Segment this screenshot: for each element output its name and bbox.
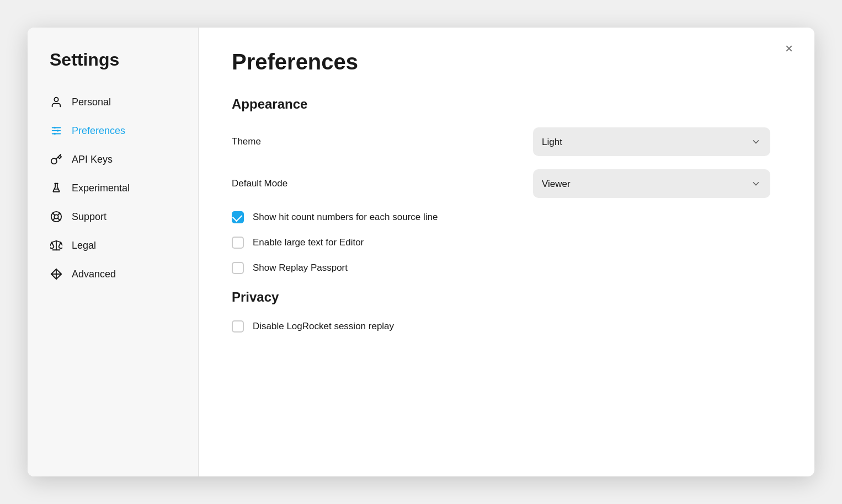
default-mode-select[interactable]: Viewer Editor (533, 169, 770, 198)
sidebar-title: Settings (28, 50, 198, 70)
sidebar-item-experimental[interactable]: Experimental (28, 174, 198, 202)
large-text-checkbox-row: Enable large text for Editor (232, 237, 770, 249)
svg-point-6 (54, 133, 56, 135)
svg-point-5 (57, 130, 59, 132)
sidebar-item-legal[interactable]: Legal (28, 231, 198, 260)
hit-count-label: Show hit count numbers for each source l… (253, 212, 438, 223)
logrocket-checkbox-row: Disable LogRocket session replay (232, 320, 770, 333)
appearance-section-title: Appearance (232, 96, 770, 112)
privacy-section-title: Privacy (232, 289, 770, 305)
sidebar-item-preferences-label: Preferences (72, 125, 125, 137)
theme-select[interactable]: Light Dark System (533, 127, 770, 156)
logrocket-label: Disable LogRocket session replay (253, 321, 394, 332)
sliders-icon (50, 124, 63, 137)
replay-passport-checkbox-row: Show Replay Passport (232, 262, 770, 274)
sidebar-item-personal-label: Personal (72, 96, 111, 108)
flask-icon (50, 181, 63, 195)
svg-line-11 (53, 213, 55, 216)
sidebar-item-api-keys-label: API Keys (72, 154, 113, 165)
main-content: × Preferences Appearance Theme Light Dar… (199, 28, 814, 476)
diamond-icon (50, 267, 63, 281)
settings-modal: Settings Personal (28, 28, 814, 476)
hit-count-checkbox[interactable] (232, 211, 244, 223)
sidebar-item-support[interactable]: Support (28, 202, 198, 231)
key-icon (50, 153, 63, 166)
lifering-icon (50, 210, 63, 223)
sidebar-item-advanced-label: Advanced (72, 269, 116, 280)
sidebar-item-support-label: Support (72, 211, 106, 223)
sidebar-item-legal-label: Legal (72, 240, 96, 251)
sidebar-item-advanced[interactable]: Advanced (28, 260, 198, 288)
sidebar-item-personal[interactable]: Personal (28, 88, 198, 116)
logrocket-checkbox[interactable] (232, 320, 244, 333)
theme-setting-row: Theme Light Dark System (232, 127, 770, 156)
svg-point-0 (54, 98, 58, 101)
default-mode-setting-row: Default Mode Viewer Editor (232, 169, 770, 198)
theme-label: Theme (232, 136, 261, 147)
large-text-label: Enable large text for Editor (253, 237, 364, 248)
sidebar-item-preferences[interactable]: Preferences (28, 116, 198, 145)
hit-count-checkbox-row: Show hit count numbers for each source l… (232, 211, 770, 223)
main-scroll-area: Preferences Appearance Theme Light Dark … (232, 50, 781, 454)
page-title: Preferences (232, 50, 770, 74)
replay-passport-checkbox[interactable] (232, 262, 244, 274)
svg-line-13 (58, 213, 60, 216)
svg-line-12 (58, 218, 60, 221)
sidebar-item-api-keys[interactable]: API Keys (28, 145, 198, 174)
svg-point-4 (54, 127, 56, 129)
svg-line-14 (53, 218, 55, 221)
scales-icon (50, 239, 63, 252)
sidebar-item-experimental-label: Experimental (72, 183, 130, 194)
person-icon (50, 95, 63, 109)
sidebar: Settings Personal (28, 28, 199, 476)
close-button[interactable]: × (779, 39, 799, 58)
large-text-checkbox[interactable] (232, 237, 244, 249)
replay-passport-label: Show Replay Passport (253, 262, 348, 274)
default-mode-label: Default Mode (232, 178, 287, 189)
